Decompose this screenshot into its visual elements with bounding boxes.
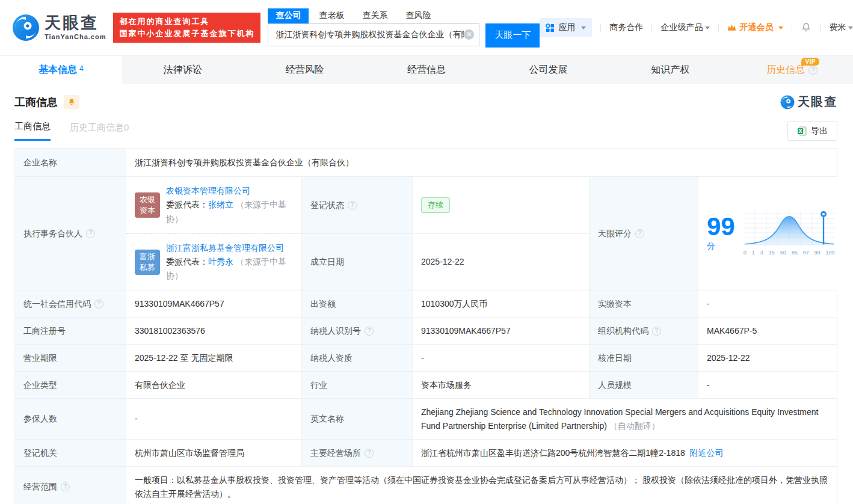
auto-translate-note: （自动翻译） (609, 421, 660, 431)
bell-icon (67, 98, 76, 106)
taxpayer-quality-label: 纳税人资质 (302, 345, 413, 371)
brand-domain: TianYanCha.com (45, 33, 106, 40)
chevron-down-icon (705, 26, 710, 29)
search-area: 查公司 查老板 查关系 查风险 ✕ 天眼一下 (268, 8, 540, 48)
search-tab-boss[interactable]: 查老板 (311, 8, 352, 23)
help-icon[interactable]: ? (348, 201, 357, 210)
tab-legal[interactable]: 法律诉讼 (122, 56, 244, 84)
table-row: 统一社会信用代码? 91330109MAK4667P57 出资额 1010300… (15, 290, 837, 317)
table-row: 工商注册号 330181002363576 纳税人识别号? 91330109MA… (15, 317, 837, 344)
subtab-history-business-info[interactable]: 历史工商信息0 (70, 122, 129, 140)
taxpayer-id-value: 91330109MAK4667P57 (413, 318, 590, 344)
search-tab-risk[interactable]: 查风险 (398, 8, 439, 23)
taxpayer-quality-value: - (413, 345, 590, 371)
capital-label: 出资额 (302, 290, 413, 317)
tab-history-info[interactable]: VIP 历史信息? (731, 56, 853, 84)
search-tab-relation[interactable]: 查关系 (354, 8, 395, 23)
score-axis-ticks: 0131550859799100 (744, 248, 835, 257)
header-nav: 应用 商务合作 企业级产品 开通会员 费米 (540, 18, 853, 37)
credit-code-label: 统一社会信用代码? (15, 290, 126, 317)
apps-label: 应用 (558, 22, 575, 33)
user-menu[interactable]: 费米 (829, 22, 853, 33)
tab-intellectual-property[interactable]: 知识产权 (609, 56, 731, 84)
tab-development[interactable]: 公司发展 (487, 56, 609, 84)
address-value: 浙江省杭州市萧山区盈丰街道济仁路200号杭州湾智慧谷二期1幢2-1818 附近公… (413, 440, 837, 466)
apps-menu[interactable]: 应用 (540, 18, 592, 37)
tianyancha-logo-icon (12, 14, 40, 41)
org-code-value: MAK4667P-5 (698, 318, 837, 344)
reg-number-value: 330181002363576 (126, 318, 302, 344)
establish-date-label: 成立日期 (302, 233, 413, 290)
tab-operating-info[interactable]: 经营信息 (366, 56, 488, 84)
table-row: 企业类型 有限合伙企业 行业 资本市场服务 人员规模 - (15, 371, 837, 398)
representative-link[interactable]: 叶秀永 (208, 257, 233, 266)
partner-item: 富浙私募 浙江富浙私募基金管理有限公司 委派代表：叶秀永 （来源于中基协） (126, 233, 301, 290)
score-unit: 分 (707, 241, 715, 251)
search-tabs: 查公司 查老板 查关系 查风险 (268, 8, 540, 23)
help-icon[interactable]: ? (652, 327, 661, 336)
search-tab-company[interactable]: 查公司 (268, 8, 309, 23)
business-scope-label: 经营范围? (15, 467, 126, 504)
credit-code-value: 91330109MAK4667P57 (126, 290, 302, 317)
subtab-business-info[interactable]: 工商信息 (14, 121, 51, 141)
tab-operating-risk[interactable]: 经营风险 (244, 56, 366, 84)
english-name-label: 英文名称 (302, 399, 413, 439)
chevron-down-icon (778, 26, 783, 29)
help-icon[interactable]: ? (365, 327, 374, 336)
approval-date-label: 核准日期 (590, 345, 698, 371)
table-row: 经营范围? 一般项目：以私募基金从事股权投资、投资管理、资产管理等活动（须在中国… (15, 466, 837, 504)
search-button[interactable]: 天眼一下 (485, 23, 540, 48)
rep-label: 委派代表： (166, 200, 208, 209)
search-input[interactable] (276, 30, 464, 40)
help-icon[interactable]: ? (94, 300, 103, 309)
partner-company-link[interactable]: 农银资本管理有限公司 (166, 184, 293, 198)
divider (820, 23, 821, 32)
rep-label: 委派代表： (166, 257, 208, 266)
brand-name: 天眼查 (45, 15, 106, 31)
score-distribution-chart: 0131550859799100 (744, 210, 835, 257)
partner-avatar[interactable]: 富浙私募 (135, 250, 160, 275)
export-button[interactable]: X 导出 (787, 121, 837, 141)
chevron-down-icon (581, 26, 586, 29)
partner-company-link[interactable]: 浙江富浙私募基金管理有限公司 (166, 241, 293, 255)
tab-count: 4 (79, 64, 84, 73)
business-term-label: 营业期限 (15, 345, 126, 371)
tianyancha-logo[interactable]: 天眼查 TianYanCha.com (12, 14, 106, 41)
table-row: 登记机关 杭州市萧山区市场监督管理局 主要经营场所? 浙江省杭州市萧山区盈丰街道… (15, 439, 837, 466)
help-icon[interactable]: ? (365, 449, 374, 458)
help-icon[interactable]: ? (808, 66, 818, 75)
help-icon[interactable]: ? (635, 229, 644, 238)
divider (600, 23, 601, 32)
table-row: 参保人数 - 英文名称 Zhejiang Zhejiang Science an… (15, 398, 837, 439)
nav-cooperation[interactable]: 商务合作 (609, 22, 643, 33)
business-info-section: 工商信息 天眼查 工商信息 历史工商信息0 X 导出 (0, 94, 853, 504)
representative-link[interactable]: 张绪立 (208, 200, 233, 209)
business-scope-value: 一般项目：以私募基金从事股权投资、投资管理、资产管理等活动（须在中国证券投资基金… (126, 467, 837, 504)
monitor-bell-button[interactable] (64, 95, 79, 109)
clear-icon[interactable]: ✕ (464, 29, 474, 40)
section-title: 工商信息 (14, 95, 58, 109)
partner-item: 农银资本 农银资本管理有限公司 委派代表：张绪立 （来源于中基协） (126, 177, 301, 233)
industry-value: 资本市场服务 (413, 372, 590, 398)
status-badge: 存续 (421, 197, 450, 214)
partner-list: 农银资本 农银资本管理有限公司 委派代表：张绪立 （来源于中基协） 富浙私募 浙… (126, 177, 302, 290)
notification-bell[interactable] (801, 22, 811, 33)
nearby-companies-link[interactable]: 附近公司 (690, 448, 724, 458)
divider (718, 23, 719, 32)
industry-label: 行业 (302, 372, 413, 398)
top-header: 天眼查 TianYanCha.com 都在用的商业查询工具 国家中小企业发展子基… (0, 0, 853, 55)
chevron-down-icon (848, 26, 853, 29)
tianyancha-logo-icon (780, 95, 795, 109)
reg-status-label: 登记状态? (302, 177, 413, 233)
help-icon[interactable]: ? (86, 229, 95, 238)
partner-avatar[interactable]: 农银资本 (135, 192, 160, 218)
nav-enterprise[interactable]: 企业级产品 (661, 22, 710, 33)
vip-badge: VIP (801, 58, 819, 66)
help-icon[interactable]: ? (61, 482, 70, 491)
insured-count-label: 参保人数 (15, 399, 126, 439)
crown-icon (727, 24, 736, 32)
capital-value: 1010300万人民币 (413, 290, 590, 317)
bell-icon (801, 22, 811, 33)
tab-basic-info[interactable]: 基本信息4 (0, 56, 122, 84)
nav-vip-membership[interactable]: 开通会员 (727, 22, 783, 33)
